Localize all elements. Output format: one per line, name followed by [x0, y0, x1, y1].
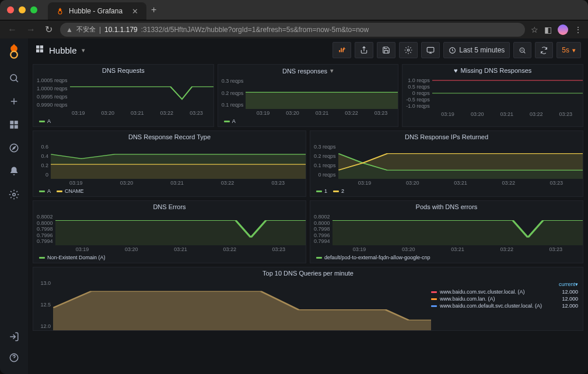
- search-icon[interactable]: [5, 69, 23, 87]
- zoom-out-button[interactable]: [513, 42, 531, 58]
- panel-response-type[interactable]: DNS Response Record Type 0.60.40.20 03:1…: [33, 130, 306, 197]
- bookmark-icon[interactable]: ☆: [531, 25, 538, 34]
- chart-canvas: [53, 279, 431, 330]
- panel-dns-errors[interactable]: DNS Errors 0.80020.80000.79980.79960.799…: [33, 200, 306, 263]
- panel-dns-responses[interactable]: DNS responses▾ 0.3 reqps0.2 reqps0.1 req…: [218, 64, 399, 127]
- insecure-label: 不安全: [76, 25, 96, 34]
- svg-rect-4: [15, 121, 18, 124]
- help-icon[interactable]: [5, 348, 23, 367]
- new-tab-button[interactable]: +: [151, 5, 156, 15]
- refresh-button[interactable]: [535, 42, 553, 58]
- back-button[interactable]: ←: [6, 24, 19, 35]
- share-button[interactable]: [355, 42, 373, 58]
- legend: ACNAME: [33, 187, 306, 196]
- dashboard-topbar: Hubble ▾ Last 5 minutes 5s▾: [28, 38, 588, 62]
- forward-button[interactable]: →: [24, 24, 37, 35]
- chart-canvas: [332, 213, 583, 245]
- insecure-icon: ▲: [66, 26, 73, 34]
- browser-tab[interactable]: Hubble - Grafana ✕: [48, 2, 146, 20]
- chevron-down-icon[interactable]: ▾: [82, 47, 85, 54]
- grafana-logo[interactable]: [6, 43, 22, 59]
- svg-rect-15: [427, 47, 434, 52]
- add-panel-button[interactable]: [332, 42, 351, 58]
- svg-rect-13: [40, 50, 43, 52]
- save-button[interactable]: [377, 42, 396, 58]
- x-axis: 03:1903:2003:2103:2203:23: [51, 179, 306, 187]
- panel-title: DNS Requests: [33, 65, 214, 76]
- panel-title: DNS Response IPs Returned: [310, 131, 583, 143]
- dashboards-icon[interactable]: [5, 115, 23, 134]
- maximize-window-button[interactable]: [30, 6, 37, 13]
- svg-point-8: [13, 193, 16, 196]
- profile-avatar[interactable]: [558, 24, 568, 35]
- chart-canvas: [246, 77, 398, 109]
- legend: 12: [310, 187, 583, 196]
- svg-point-2: [10, 75, 17, 81]
- grafana-sidebar: [0, 38, 28, 374]
- time-range-label: Last 5 minutes: [459, 46, 505, 54]
- svg-rect-6: [15, 125, 18, 129]
- signin-icon[interactable]: [5, 327, 23, 346]
- dashboard-settings-button[interactable]: [399, 42, 418, 58]
- url-path: :31332/d/5HftnJAWz/hubble?orgId=1&refres…: [141, 26, 369, 34]
- refresh-interval-button[interactable]: 5s▾: [556, 42, 581, 58]
- settings-icon[interactable]: [5, 185, 23, 204]
- x-axis: 03:1903:2003:2103:2203:23: [433, 110, 583, 118]
- panel-title: Top 10 DNS Queries per minute: [33, 267, 583, 279]
- chart-canvas: [432, 76, 583, 110]
- y-axis: 0.80020.80000.79980.79960.7994: [33, 213, 55, 245]
- legend-item[interactable]: www.baidu.com.svc.cluster.local. (A)12.0…: [431, 288, 578, 295]
- cycle-view-button[interactable]: [421, 42, 440, 58]
- panel-pods-errors[interactable]: Pods with DNS errors 0.80020.80000.79980…: [310, 200, 583, 263]
- panel-top10[interactable]: Top 10 DNS Queries per minute 13.012.512…: [33, 267, 583, 331]
- y-axis: 13.012.512.0: [33, 279, 53, 330]
- legend: current▾ www.baidu.com.svc.cluster.local…: [431, 279, 583, 330]
- legend-item[interactable]: www.baidu.com.lan. (A)12.000: [431, 295, 578, 302]
- tab-title: Hubble - Grafana: [69, 7, 123, 15]
- chart-canvas: [70, 76, 214, 109]
- close-window-button[interactable]: [7, 6, 14, 13]
- address-bar: ← → ↻ ▲ 不安全 | 10.1.1.179:31332/d/5HftnJA…: [0, 20, 588, 38]
- panel-title: DNS Response Record Type: [33, 131, 306, 143]
- svg-rect-10: [36, 45, 39, 48]
- legend: [402, 118, 583, 126]
- y-axis: 1.0 reqps0.5 reqps0 reqps-0.5 reqps-1.0 …: [402, 76, 432, 110]
- y-axis: 0.60.40.20: [33, 143, 51, 179]
- plus-icon[interactable]: [5, 92, 23, 111]
- panel-title: DNS responses▾: [218, 65, 398, 77]
- y-axis: 0.80020.80000.79980.79960.7994: [310, 213, 332, 245]
- legend: A: [33, 117, 214, 126]
- reload-button[interactable]: ↻: [43, 24, 54, 35]
- panel-title: ♥Missing DNS Responses: [402, 65, 583, 76]
- svg-rect-5: [10, 125, 13, 129]
- chart-canvas: [51, 143, 306, 179]
- dashboard-icon: [35, 44, 44, 56]
- legend-item[interactable]: www.baidu.com.default.svc.cluster.local.…: [431, 302, 578, 309]
- y-axis: 1.0005 reqps1.0000 reqps0.9995 reqps0.99…: [33, 76, 70, 109]
- grafana-favicon: [56, 7, 64, 15]
- close-tab-icon[interactable]: ✕: [132, 7, 138, 16]
- extension-icon[interactable]: ◧: [544, 25, 552, 34]
- heart-icon: ♥: [454, 67, 458, 74]
- svg-rect-3: [10, 121, 13, 124]
- alerting-icon[interactable]: [5, 162, 23, 181]
- time-range-button[interactable]: Last 5 minutes: [443, 42, 510, 58]
- minimize-window-button[interactable]: [19, 6, 26, 13]
- panel-dns-requests[interactable]: DNS Requests 1.0005 reqps1.0000 reqps0.9…: [33, 64, 214, 127]
- dashboard-title[interactable]: Hubble: [49, 45, 77, 55]
- explore-icon[interactable]: [5, 139, 23, 157]
- y-axis: 0.3 reqps0.2 reqps0.1 reqps0 reqps: [310, 143, 338, 179]
- refresh-interval-label: 5s: [562, 46, 569, 54]
- svg-point-14: [408, 49, 410, 51]
- browser-menu-icon[interactable]: ⋮: [574, 25, 582, 34]
- panel-missing-dns[interactable]: ♥Missing DNS Responses 1.0 reqps0.5 reqp…: [402, 64, 583, 127]
- panel-title: DNS Errors: [33, 201, 306, 213]
- url-input[interactable]: ▲ 不安全 | 10.1.1.179:31332/d/5HftnJAWz/hub…: [60, 23, 525, 37]
- panel-ips-returned[interactable]: DNS Response IPs Returned 0.3 reqps0.2 r…: [310, 130, 583, 197]
- x-axis: 03:1903:2003:2103:2203:23: [58, 245, 306, 253]
- svg-point-0: [58, 10, 62, 14]
- legend: A: [218, 117, 398, 126]
- svg-point-1: [10, 51, 18, 58]
- url-host: 10.1.1.179: [104, 26, 138, 34]
- x-axis: 03:1903:2003:2103:2203:23: [335, 245, 583, 253]
